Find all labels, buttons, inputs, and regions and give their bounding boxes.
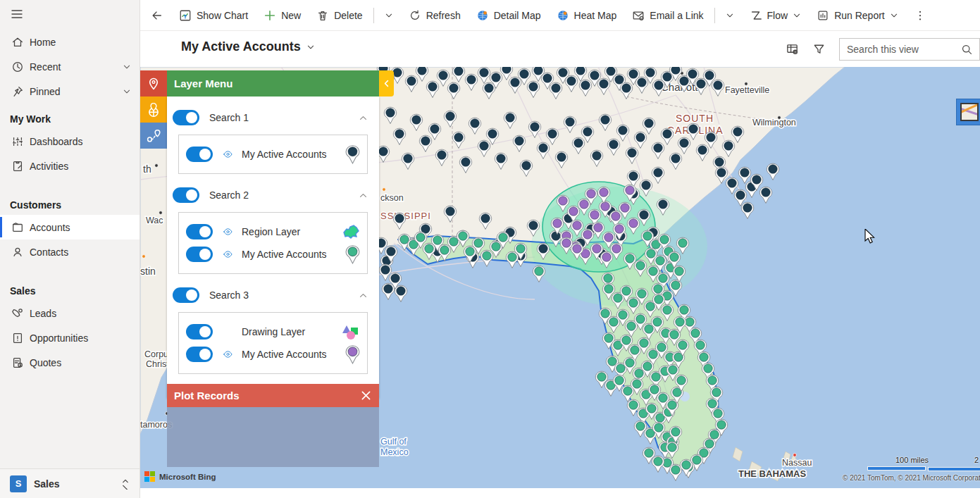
accounts-icon <box>11 221 30 234</box>
map-tool-buttons <box>140 70 167 149</box>
sidebar-item-accounts[interactable]: Accounts <box>0 215 139 239</box>
sidebar-item-pinned[interactable]: Pinned <box>0 79 139 104</box>
toggle-switch[interactable] <box>173 110 199 125</box>
map-canvas[interactable]: CharlotteFayettevilleSOUTHCAROLINAWilmin… <box>140 67 980 488</box>
run-report-button[interactable]: Run Report <box>810 4 905 27</box>
scale-label: 100 miles <box>895 456 929 464</box>
layer-section-search-1: Search 1 <box>173 108 368 127</box>
sidebar-item-label: Opportunities <box>30 332 88 344</box>
sidebar-item-opportunities[interactable]: Opportunities <box>0 325 139 350</box>
back-button[interactable] <box>144 4 170 27</box>
search-icon[interactable] <box>961 44 973 58</box>
toolbar-divider <box>373 8 374 23</box>
sidebar-section-my-work: My Work <box>0 104 139 129</box>
map-label: Gulf of <box>380 437 407 447</box>
proximity-tool-button[interactable] <box>140 97 167 123</box>
contacts-icon <box>11 246 30 259</box>
page-title: My Active Accounts <box>181 39 301 54</box>
bing-logo: Microsoft Bing <box>144 471 216 482</box>
close-icon[interactable] <box>360 390 372 401</box>
search-input[interactable] <box>840 39 979 60</box>
opportunities-icon <box>11 332 30 344</box>
search-box <box>839 38 980 61</box>
filter-icon[interactable] <box>805 37 832 61</box>
scale-bar-2 <box>929 468 980 471</box>
heat-map-button[interactable]: Heat Map <box>550 4 624 27</box>
microsoft-logo-icon <box>144 471 155 482</box>
sidebar-item-label: Accounts <box>30 222 70 233</box>
toggle-switch[interactable] <box>186 247 213 262</box>
sidebar-item-leads[interactable]: Leads <box>0 301 139 325</box>
plot-tool-button[interactable] <box>140 70 167 97</box>
chevron-down-icon[interactable] <box>793 11 801 20</box>
map-label: stin <box>140 266 156 277</box>
map-label: THE BAHAMAS <box>738 468 806 479</box>
refresh-button[interactable]: Refresh <box>402 4 467 27</box>
layer-section-search-2: Search 2 <box>173 185 368 205</box>
show-chart-icon <box>179 9 192 22</box>
toggle-switch[interactable] <box>186 347 213 362</box>
area-switcher-icon[interactable] <box>120 478 131 490</box>
shapes-marker-icon <box>342 323 360 340</box>
show-chart-button[interactable]: Show Chart <box>173 4 254 27</box>
chevron-down-icon <box>726 11 734 20</box>
chevron-up-icon[interactable] <box>359 291 368 300</box>
chevron-down-icon[interactable] <box>890 11 898 20</box>
layer-section-label: Search 1 <box>209 112 249 123</box>
new-button[interactable]: New <box>257 4 307 27</box>
view-selector[interactable]: My Active Accounts <box>181 39 315 54</box>
layer-menu-body: Search 1My Active AccountsSearch 2Region… <box>167 97 379 398</box>
route-tool-button[interactable] <box>140 123 167 149</box>
email-more-button[interactable] <box>719 4 740 27</box>
eye-icon[interactable] <box>221 149 235 159</box>
chevron-up-icon[interactable] <box>359 113 368 123</box>
view-header: My Active Accounts <box>140 31 980 67</box>
sidebar-top <box>0 0 139 28</box>
layer-row-my-active-accounts: My Active Accounts <box>186 245 360 263</box>
eye-icon[interactable] <box>221 349 235 359</box>
layer-menu-collapse-button[interactable] <box>379 70 394 97</box>
layer-menu-header: Layer Menu <box>167 70 379 97</box>
column-settings-icon[interactable] <box>779 37 805 61</box>
toggle-switch[interactable] <box>173 187 199 203</box>
layer-card: Drawing LayerMy Active Accounts <box>178 312 368 374</box>
minimap-thumbnail <box>960 103 979 121</box>
toggle-switch[interactable] <box>173 287 199 303</box>
pinned-icon <box>11 85 30 98</box>
heat-map-globe-icon <box>557 9 569 22</box>
minimap-button[interactable] <box>956 99 980 125</box>
sidebar-item-home[interactable]: Home <box>0 30 139 54</box>
plot-records-title: Plot Records <box>174 390 240 401</box>
map-label: th <box>143 163 151 175</box>
hamburger-icon[interactable] <box>10 7 24 21</box>
flow-button[interactable]: Flow <box>743 4 808 27</box>
email-a-link-button[interactable]: Email a Link <box>626 4 709 27</box>
toggle-switch[interactable] <box>186 324 213 340</box>
chevron-up-icon[interactable] <box>359 191 368 200</box>
detail-map-button[interactable]: Detail Map <box>470 4 547 27</box>
delete-more-button[interactable] <box>378 4 399 27</box>
eye-icon[interactable] <box>221 227 235 237</box>
sidebar-item-quotes[interactable]: Quotes <box>0 350 139 375</box>
sidebar-nav: HomeRecentPinnedMy WorkDashboardsActivit… <box>0 28 139 375</box>
map-label: Wilmington <box>752 118 796 127</box>
chevron-down-icon[interactable] <box>123 87 131 96</box>
area-badge: S <box>10 475 27 492</box>
sidebar-item-label: Leads <box>30 308 56 319</box>
sidebar-item-activities[interactable]: Activities <box>0 154 139 178</box>
toggle-switch[interactable] <box>186 224 213 239</box>
activities-icon <box>11 160 30 173</box>
map-label: Fayetteville <box>725 85 769 95</box>
sidebar-item-recent[interactable]: Recent <box>0 54 139 79</box>
layer-section-label: Search 3 <box>209 290 249 301</box>
sidebar-item-contacts[interactable]: Contacts <box>0 239 139 264</box>
toggle-switch[interactable] <box>186 147 213 162</box>
sidebar-item-dashboards[interactable]: Dashboards <box>0 129 139 154</box>
chevron-down-icon[interactable] <box>306 43 315 51</box>
detail-map-globe-icon <box>476 9 489 22</box>
toolbar-button-label: Flow <box>767 10 788 21</box>
more-commands-button[interactable] <box>907 4 933 27</box>
eye-icon[interactable] <box>221 249 235 259</box>
chevron-down-icon[interactable] <box>123 63 131 71</box>
delete-button[interactable]: Delete <box>310 4 368 27</box>
